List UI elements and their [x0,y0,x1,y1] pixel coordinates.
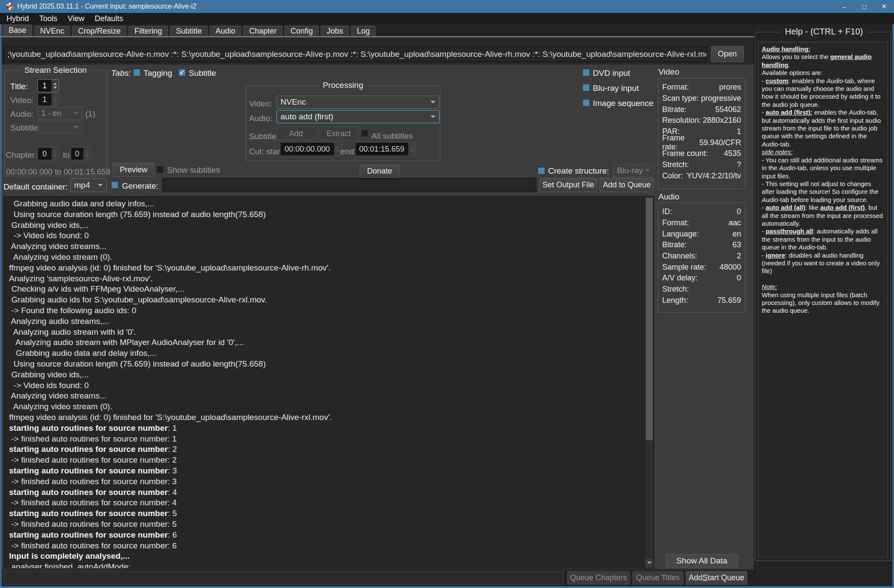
dvd-input-checkbox[interactable] [583,69,590,76]
log-line: analyser finished, autoAddMode: [9,562,644,569]
menu-item-defaults[interactable]: Defaults [91,14,127,23]
help-paragraph: side notes: [762,148,884,156]
subtitle-add-button[interactable]: Add [277,127,315,140]
log-line: Analyzing 'samplesource-Alive-rxl.mov'. [9,274,644,284]
info-row: Length:75.659 [662,295,741,306]
maximize-icon[interactable]: □ [854,0,874,13]
tab-base[interactable]: Base [2,24,33,36]
titlebar[interactable]: Hybrid 2025.03.11.1 - Current input: sam… [0,0,894,13]
help-paragraph: - auto add (first): enables the Audio-ta… [762,109,884,148]
chapter-to-label: to [63,150,70,160]
log-output[interactable]: Grabbing audio data and delay infos,... … [3,196,654,569]
log-line: Checking a/v ids with FFMpeg VideoAnalys… [9,284,644,295]
log-line: Analyzing audio stream with id '0'. [9,327,644,338]
title-stepper[interactable]: 1 [37,79,59,92]
tab-audio[interactable]: Audio [209,25,242,36]
log-line: Using source duration length (75.659) in… [9,359,644,370]
show-all-data-button[interactable]: Show All Data [666,554,738,568]
preview-button[interactable]: Preview [113,163,154,177]
generate-checkbox[interactable] [111,181,118,189]
scrollbar-down-button[interactable] [645,559,653,568]
help-paragraph: Available options are: [762,69,884,77]
log-line: -> Video ids found: 0 [9,230,644,241]
info-row: ID:0 [662,206,741,218]
subtitle-tab-checkbox[interactable] [178,69,186,76]
help-text-box[interactable]: Audio handling:Allows you to select the … [758,42,888,557]
chapter-label: Chapter: [6,150,37,160]
log-line: Grabbing audio data and delay infos,... [9,348,644,359]
audio-processing-select[interactable]: auto add (first) [277,110,439,123]
log-line: Grabbing video ids,... [9,370,644,380]
info-row: Resolution:2880x2160 [662,115,741,126]
help-paragraph: - This setting will not adjust to change… [762,180,884,204]
queue-titles-button[interactable]: Queue Titles [632,571,683,585]
dvd-input-label[interactable]: DVD input [593,68,630,78]
cut-end-label: end: [340,147,356,156]
image-sequence-label[interactable]: Image sequence [593,99,654,108]
create-structure-checkbox[interactable] [538,167,545,174]
log-line: -> finished auto routines for source num… [9,519,644,530]
tab-crop-resize[interactable]: Crop/Resize [72,25,127,36]
menu-item-view[interactable]: View [64,14,88,23]
tagging-label[interactable]: Tagging [143,68,172,78]
tab-chapter[interactable]: Chapter [243,25,283,36]
log-line: Analyzing video stream (0). [9,401,644,412]
info-row: Color:YUV/4:2:2/10/tv [662,171,741,182]
all-subtitles-checkbox [361,130,368,137]
container-select[interactable]: mp4 [70,178,107,192]
help-body: Audio handling:Allows you to select the … [758,42,888,318]
donate-button[interactable]: Donate [360,165,399,178]
help-paragraph: - passthrough all: automatically adds al… [762,227,884,251]
window-edge-bottom [0,586,894,588]
info-row: Frame rate:59.940/CFR [662,137,741,148]
subtitle-tab-label[interactable]: Subtitle [189,68,216,78]
bluray-input-label[interactable]: Blu-ray input [593,84,639,93]
subtitle-extract-button[interactable]: Extract [319,127,358,140]
processing-audio-label: Audio: [249,114,272,123]
help-title-wrap: Help - (CTRL + F10) [754,27,894,37]
info-row: Bitrate:63 [662,240,741,251]
tab-log[interactable]: Log [350,25,376,36]
menu-item-tools[interactable]: Tools [35,14,61,23]
log-line: Analyzing audio stream with MPlayer Audi… [9,337,644,348]
tab-jobs[interactable]: Jobs [320,25,349,36]
open-button[interactable]: Open [711,46,744,62]
log-line: -> finished auto routines for source num… [9,434,644,445]
tab-config[interactable]: Config [284,25,319,36]
bluray-input-checkbox[interactable] [583,84,590,91]
video-processing-select[interactable]: NVEnc [277,96,439,109]
hybrid-window: Hybrid 2025.03.11.1 - Current input: sam… [0,0,894,588]
image-sequence-checkbox[interactable] [583,99,590,106]
info-row: A/V delay:0 [662,273,741,284]
create-structure-label[interactable]: Create structure: [548,166,609,176]
stream-selection-title: Stream Selection [22,65,90,75]
log-line: Analyzing video streams... [9,241,644,252]
log-line: Analyzing audio streams,... [9,316,644,327]
menu-item-hybrid[interactable]: Hybrid [3,14,33,23]
help-paragraph: Audio handling: [762,45,884,53]
tab-subtitle[interactable]: Subtitle [169,25,208,36]
queue-chapters-button[interactable]: Queue Chapters [567,571,630,585]
minimize-icon[interactable]: – [835,0,854,13]
generate-label[interactable]: Generate: [122,181,159,191]
generate-input[interactable] [162,178,536,192]
info-row: Stretch: [662,284,741,295]
video-stepper: 1 [37,93,59,106]
info-row: Scan type:progressive [662,93,741,104]
tagging-checkbox[interactable] [133,69,140,76]
close-icon[interactable]: ✕ [874,0,894,13]
help-paragraph: Allows you to select the general audio h… [762,53,884,69]
video-info-rows: Format:proresScan type:progressiveBitrat… [658,78,745,185]
scrollbar-thumb[interactable] [646,198,653,440]
tab-filtering[interactable]: Filtering [128,25,168,36]
add-to-queue-button[interactable]: Add to Queue [600,178,654,192]
add-start-queue-button[interactable]: AddStart Queue [686,571,747,585]
chapter-from-stepper: 0 [37,147,59,160]
log-line: Analyzing video stream (0). [9,252,644,263]
processing-title: Processing [320,81,366,90]
subtitle-stream-select [37,121,82,134]
tab-nvenc[interactable]: NVEnc [34,25,71,36]
set-output-file-button[interactable]: Set Output File [539,178,597,192]
source-path-input[interactable]: ;\youtube_upload\samplesource-Alive-n.mo… [3,47,707,62]
log-scrollbar[interactable] [645,197,653,568]
